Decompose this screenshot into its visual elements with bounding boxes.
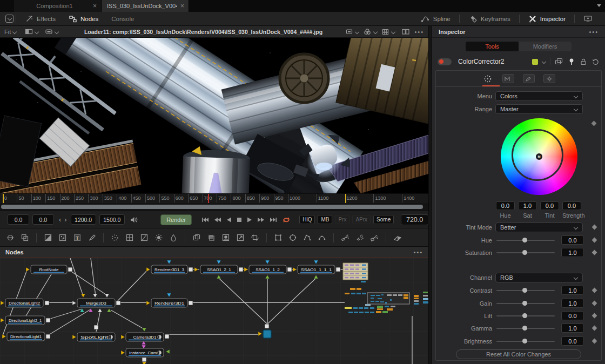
tint-value-field[interactable]: 0.0 [540, 201, 559, 210]
tint-mode-dropdown[interactable]: Better [495, 223, 583, 232]
timeline-scrollbar[interactable] [0, 203, 428, 211]
render-range-marker[interactable] [3, 194, 4, 203]
keyframe-icon[interactable] [592, 326, 597, 331]
keyframe-icon[interactable] [592, 313, 597, 319]
graph-node-SSAO1_1_2[interactable]: SSAO1_1_2 [249, 265, 286, 274]
contrast-field[interactable]: 1.0 [561, 286, 584, 295]
text-icon[interactable]: T [72, 233, 82, 242]
quality-hiq-toggle[interactable]: HiQ [299, 215, 315, 224]
nodes-panel-header[interactable]: Nodes ••• [0, 246, 428, 258]
viewer-panel[interactable] [0, 38, 428, 193]
slider-thumb[interactable] [522, 326, 527, 331]
graph-node-DirectionalLight1[interactable]: DirectionalLight1 [7, 332, 45, 341]
pin-icon[interactable] [568, 58, 575, 65]
graph-node-Renderer3D1_3[interactable]: Renderer3D1_3 [151, 265, 187, 274]
gridwarp-icon[interactable] [125, 233, 135, 242]
strength-value-field[interactable]: 0.0 [562, 201, 581, 210]
fast-reverse-button[interactable] [214, 217, 221, 223]
loader-icon[interactable] [5, 233, 15, 242]
polygon-mask-icon[interactable] [302, 233, 312, 242]
edit-tab-icon[interactable] [523, 74, 535, 83]
quality-mb-toggle[interactable]: MB [318, 215, 332, 224]
graph-node-RootNode[interactable]: RootNode [31, 265, 67, 274]
imageplane3d-icon[interactable] [393, 233, 402, 242]
render-button[interactable]: Render [160, 214, 192, 225]
select-tool-icon[interactable] [5, 15, 14, 23]
merge-icon[interactable] [192, 233, 201, 242]
wheel-master-handle[interactable]: M [536, 153, 542, 160]
graph-node-SSAO1_2_1[interactable]: SSAO1_2_1 [200, 265, 238, 274]
tab-overflow-icon[interactable] [597, 4, 601, 7]
colorcorrector-icon[interactable] [110, 233, 120, 242]
quality-some-toggle[interactable]: Some [373, 215, 394, 224]
global-end-field[interactable]: 0.0 [32, 214, 54, 225]
audio-icon[interactable] [129, 215, 138, 224]
graph-node-Renderer3D1[interactable]: Renderer3D1 [151, 299, 187, 307]
background-icon[interactable] [43, 233, 53, 242]
close-icon[interactable]: × [93, 3, 97, 9]
graph-node-Merge3D3[interactable]: Merge3D3 [77, 299, 115, 307]
channel-dropdown[interactable]: RGB [495, 273, 583, 282]
resize-icon[interactable] [236, 233, 245, 242]
pemitter-icon[interactable] [340, 233, 350, 242]
fast-forward-button[interactable] [257, 217, 265, 223]
range-dropdown[interactable]: Master [495, 104, 583, 114]
reset-all-color-changes-button[interactable]: Reset All Color Changes [456, 349, 581, 359]
graph-node-selected[interactable] [263, 330, 271, 338]
quality-aprx-toggle[interactable]: APrx [352, 215, 371, 224]
spline-button[interactable]: Spline [421, 15, 451, 23]
slider-thumb[interactable] [522, 313, 527, 318]
grid-dropdown[interactable] [381, 28, 395, 36]
gamma-field[interactable]: 1.0 [561, 323, 584, 333]
viewer-options-icon[interactable]: ••• [414, 29, 424, 35]
slider-thumb[interactable] [522, 250, 527, 255]
tab-iss-030[interactable]: ISS_030_IssUnDock_V004 × [102, 0, 189, 12]
transform-icon[interactable] [250, 233, 260, 242]
render-range-marker[interactable] [345, 194, 346, 203]
channelbooleans-icon[interactable] [206, 233, 216, 242]
fit-dropdown[interactable]: Fit [4, 29, 16, 35]
keyframe-icon[interactable] [592, 288, 597, 293]
pmerge-icon[interactable] [355, 233, 365, 242]
play-reverse-button[interactable] [226, 217, 232, 223]
play-button[interactable] [247, 217, 252, 223]
slider-thumb[interactable] [522, 339, 527, 343]
brightnesscontrast-icon[interactable] [154, 233, 164, 242]
lock-icon[interactable] [580, 58, 587, 65]
graph-node-DirectionalLight2_1[interactable]: DirectionalLight2_1 [5, 316, 45, 325]
slider-thumb[interactable] [522, 301, 527, 306]
versions-icon[interactable] [555, 58, 563, 65]
prender-icon[interactable] [369, 233, 379, 242]
slider-thumb[interactable] [522, 288, 527, 293]
sat-value-field[interactable]: 1.0 [518, 201, 537, 210]
keyframes-button[interactable]: Keyframes [468, 15, 510, 23]
mattecontrol-icon[interactable] [221, 233, 231, 242]
keyframe-icon[interactable] [592, 250, 597, 255]
blur-icon[interactable] [169, 233, 178, 242]
colorcurves-icon[interactable] [139, 233, 149, 242]
console-button[interactable]: Console [111, 16, 134, 22]
brightness-field[interactable]: 0.0 [561, 336, 584, 346]
render-start-field[interactable]: 1200.0 [71, 214, 96, 225]
step-back-icon[interactable]: ‹ [59, 216, 61, 223]
inspector-button[interactable]: Inspector [528, 15, 566, 23]
global-start-field[interactable]: 0.0 [8, 214, 29, 225]
tab-modifiers[interactable]: Modifiers [519, 42, 572, 51]
view-layout-dropdown[interactable] [45, 28, 58, 36]
node-color-swatch[interactable] [532, 59, 538, 65]
nodes-button[interactable]: Nodes [69, 15, 98, 23]
loop-button[interactable] [282, 216, 291, 224]
node-enable-toggle[interactable] [438, 58, 452, 65]
current-frame-field[interactable]: 720.0 [401, 214, 428, 225]
render-end-field[interactable]: 1500.0 [99, 214, 125, 225]
split-view-dropdown[interactable] [25, 28, 38, 36]
roi-dropdown[interactable] [345, 28, 359, 36]
timeline-ruler[interactable]: 0501001502002503003504004505005506006507… [0, 193, 428, 203]
levels-tab-icon[interactable] [502, 74, 514, 83]
slider-thumb[interactable] [522, 238, 527, 242]
lift-field[interactable]: 0.0 [561, 311, 584, 320]
effects-button[interactable]: Effects [25, 15, 56, 23]
scrollbar-handle[interactable] [1, 205, 423, 209]
close-icon[interactable]: × [180, 3, 184, 9]
fastnoise-icon[interactable] [58, 233, 68, 242]
